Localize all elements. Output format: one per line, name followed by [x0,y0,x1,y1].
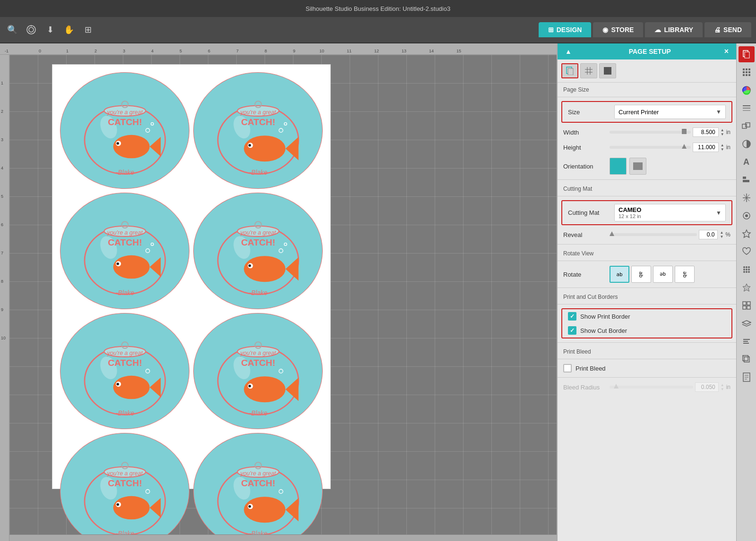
color-toolbar-icon[interactable] [739,82,755,98]
reveal-down-arrow[interactable]: ▼ [720,235,723,239]
puzzle-toolbar-icon[interactable] [739,297,755,313]
text-toolbar-icon[interactable]: A [739,154,755,170]
hand-tool-icon[interactable]: ✋ [61,22,77,37]
height-down-arrow[interactable]: ▼ [721,147,724,152]
rotate-btn-0[interactable]: ab [610,266,629,283]
close-icon[interactable]: × [724,47,729,56]
reveal-slider-thumb [610,231,614,236]
horizontal-scrollbar[interactable] [9,534,557,541]
tab-send[interactable]: 🖨 SEND [704,22,751,37]
tab-design-label: DESIGN [557,26,582,34]
svg-text:you're a great: you're a great [106,470,143,476]
fishbowl-5: you're a great CATCH! -Blake [60,313,189,430]
cutting-mat-dropdown[interactable]: CAMEO 12 x 12 in ▼ [614,204,726,221]
tab-grid[interactable] [580,63,597,78]
svg-point-153 [743,271,745,273]
library-icon: ☁ [654,26,661,34]
svg-point-89 [113,496,149,519]
bleed-radius-value: 0.050 [695,382,719,392]
show-cut-border-checkbox[interactable]: ✓ [568,326,576,335]
heart-toolbar-icon[interactable] [739,244,755,260]
bleed-up-arrow: ▲ [721,383,724,387]
print-bleed-checkbox[interactable] [563,364,572,372]
reveal-label: Reveal [563,231,606,238]
svg-text:CATCH!: CATCH! [108,358,142,368]
store-icon: ◉ [602,26,608,34]
magic-toolbar-icon[interactable] [739,190,755,206]
tab-design[interactable]: ⊞ DESIGN [539,22,592,37]
svg-rect-138 [743,177,746,179]
divider-4 [558,244,736,245]
reveal-up-arrow[interactable]: ▲ [720,230,723,235]
contrast-toolbar-icon[interactable] [739,136,755,152]
far-right-toolbar: A [736,43,756,541]
height-up-arrow[interactable]: ▲ [721,143,724,147]
panel-title: PAGE SETUP [576,48,724,55]
layers-toolbar-icon[interactable] [739,315,755,331]
chevron-up-icon[interactable]: ▲ [565,48,572,55]
lines-toolbar-icon[interactable] [739,100,755,116]
fishbowl-6: you're a great CATCH! -Blake [193,313,323,430]
panel-tabs [558,59,736,83]
page-setup-toolbar-icon[interactable] [739,46,755,62]
size-label: Size [568,109,610,116]
zoom-tool-icon[interactable]: 🔍 [5,22,20,37]
width-up-arrow[interactable]: ▲ [721,128,724,132]
width-down-arrow[interactable]: ▼ [721,132,724,136]
canvas-content[interactable]: you're a great CATCH! -Blake [9,55,557,541]
tab-page[interactable] [561,63,578,78]
bleed-down-arrow: ▼ [721,387,724,391]
svg-rect-121 [745,52,749,58]
tab-store-label: STORE [611,26,634,34]
svg-point-150 [743,269,745,270]
zoom-fit-tool-icon[interactable] [24,22,39,37]
svg-text:you're a great: you're a great [240,229,276,236]
arrow-tool-icon[interactable]: ⬇ [43,22,58,37]
width-value[interactable]: 8.500 [693,127,719,137]
nav-tabs: ⊞ DESIGN ◉ STORE ☁ LIBRARY 🖨 SEND [539,22,751,37]
rotate-btn-180[interactable]: qe [653,266,673,283]
pixel-toolbar-icon[interactable] [739,64,755,80]
tab-library[interactable]: ☁ LIBRARY [645,22,703,37]
reveal-unit: % [725,231,730,238]
lines2-toolbar-icon[interactable] [739,333,755,349]
svg-rect-157 [743,302,746,305]
svg-text:-Blake: -Blake [116,289,134,296]
3d-toolbar-icon[interactable] [739,351,755,367]
replicate-toolbar-icon[interactable] [739,118,755,134]
svg-point-151 [746,269,747,270]
cutting-mat-highlight: Cutting Mat CAMEO 12 x 12 in ▼ [561,200,732,225]
orientation-field-row: Orientation [558,155,736,178]
size-dropdown[interactable]: Current Printer ▼ [614,105,726,119]
svg-point-147 [743,266,745,268]
rotate-btn-90[interactable]: ab [631,266,651,283]
portrait-button[interactable] [610,158,627,175]
fishbowl-8: you're a great CATCH! -Blake [193,433,323,541]
page2-toolbar-icon[interactable] [739,369,755,385]
horizontal-ruler: -1 0 1 2 3 4 5 6 7 8 9 10 11 12 13 14 15 [0,43,557,55]
canvas-body: 1 2 3 4 5 6 7 8 9 10 [0,55,557,541]
print-bleed-checkbox-label: Print Bleed [576,365,606,372]
tab-color[interactable] [599,63,616,78]
show-print-border-checkbox[interactable]: ✓ [568,312,576,321]
rotate-btn-270[interactable]: qe [675,266,695,283]
print-bleed-section-label: Print Bleed [558,345,736,357]
dots-toolbar-icon[interactable] [739,262,755,278]
star-toolbar-icon[interactable] [739,226,755,242]
height-value[interactable]: 11.000 [693,143,719,152]
add-tool-icon[interactable]: ⊞ [80,22,95,37]
rotate-field-row: Rotate ab ab qe qe [558,263,736,286]
width-unit: in [726,129,730,135]
landscape-button[interactable] [629,158,646,175]
shape-toolbar-icon[interactable] [739,208,755,224]
svg-point-24 [248,144,251,147]
divider-3 [558,196,736,196]
cutting-mat-dropdown-arrow: ▼ [716,210,722,216]
align-toolbar-icon[interactable] [739,172,755,188]
svg-rect-124 [748,68,750,70]
star2-toolbar-icon[interactable] [739,279,755,296]
reveal-value[interactable]: 0.0 [699,230,718,239]
svg-point-38 [116,262,119,265]
tab-store[interactable]: ◉ STORE [593,22,643,37]
svg-rect-126 [746,71,747,73]
